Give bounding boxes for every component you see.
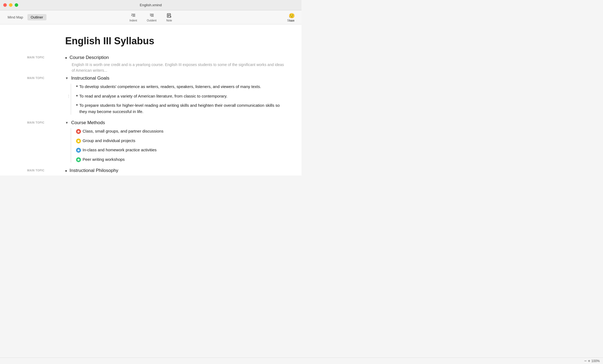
window-title: English.xmind — [140, 3, 162, 7]
document-title: English III Syllabus — [27, 35, 285, 47]
topic-title-row[interactable]: ■Instructional Philosophy — [65, 168, 285, 173]
sub-item-text: To read and analyse a variety of America… — [79, 93, 227, 99]
outdent-icon — [149, 13, 154, 18]
sub-item-text: To prepare students for higher-level rea… — [79, 102, 285, 115]
section-instructional-philosophy: MAIN TOPIC■Instructional PhilosophyIn or… — [27, 168, 285, 175]
mindmap-view-button[interactable]: Mind Map — [4, 14, 26, 20]
toolbar: Mind Map Outliner Indent — [0, 10, 302, 24]
close-button[interactable] — [3, 3, 7, 7]
bullet-icon: ■ — [65, 169, 67, 172]
icon-label: Icon — [289, 19, 294, 22]
topic-content: ▼Instructional Goals■To develop students… — [65, 76, 285, 118]
topic-content: ■Course DescriptionEnglish III is worth … — [65, 55, 285, 73]
topic-description: In order to be successful in this course… — [71, 175, 285, 175]
emoji-icon: 🙂 — [289, 13, 294, 18]
list-item[interactable]: Group and individual projects — [75, 138, 285, 144]
topic-content: ■Instructional PhilosophyIn order to be … — [65, 168, 285, 175]
note-label: Note — [166, 19, 172, 22]
topic-content: ▼Course Methods Class, small groups, and… — [65, 120, 285, 166]
list-item[interactable]: ■To prepare students for higher-level re… — [75, 102, 285, 115]
sub-item-text: Peer writing workshops — [83, 156, 125, 163]
topic-title: Course Methods — [71, 120, 105, 125]
section-instructional-goals: MAIN TOPIC▼Instructional Goals■To develo… — [27, 76, 285, 118]
main-topic-label: MAIN TOPIC — [27, 168, 65, 172]
outdent-label: Outdent — [147, 19, 157, 22]
topic-title-row[interactable]: ▼Instructional Goals — [65, 76, 285, 81]
bullet-icon: ■ — [65, 56, 67, 59]
sub-bullet-icon: ■ — [76, 94, 78, 97]
list-item[interactable]: ■To develop students' competence as writ… — [75, 84, 285, 90]
sub-item-text: To develop students' competence as write… — [79, 84, 261, 90]
sub-items-container: Class, small groups, and partner discuss… — [71, 128, 285, 162]
topic-title-row[interactable]: ■Course Description — [65, 55, 285, 60]
toolbar-center: Indent Outdent — [127, 12, 175, 23]
topic-title-row[interactable]: ▼Course Methods — [65, 120, 285, 125]
list-item[interactable]: Peer writing workshops — [75, 156, 285, 163]
list-item[interactable]: ⋮■To read and analyse a variety of Ameri… — [75, 93, 285, 99]
arrow-icon[interactable]: ▼ — [65, 121, 68, 125]
traffic-lights — [3, 3, 18, 7]
outdent-button[interactable]: Outdent — [144, 12, 159, 23]
sub-bullet-icon: ■ — [76, 103, 78, 106]
arrow-icon[interactable]: ▼ — [65, 76, 68, 80]
drag-handle-icon[interactable]: ⋮ — [67, 94, 71, 98]
icon-button[interactable]: 🙂 Icon — [286, 12, 297, 23]
indent-label: Indent — [130, 19, 137, 22]
sub-bullet-icon — [76, 148, 81, 153]
note-icon — [167, 13, 172, 18]
topic-title: Instructional Philosophy — [70, 168, 118, 173]
sub-items-container: ■To develop students' competence as writ… — [71, 84, 285, 115]
indent-button[interactable]: Indent — [127, 12, 140, 23]
main-topic-row: MAIN TOPIC■Course DescriptionEnglish III… — [27, 55, 285, 73]
list-item[interactable]: Class, small groups, and partner discuss… — [75, 128, 285, 134]
note-button[interactable]: Note — [164, 12, 175, 23]
section-course-methods: MAIN TOPIC▼Course Methods Class, small g… — [27, 120, 285, 166]
outliner-view-button[interactable]: Outliner — [27, 14, 46, 20]
toolbar-left: Mind Map Outliner — [4, 14, 46, 20]
main-topic-row: MAIN TOPIC■Instructional PhilosophyIn or… — [27, 168, 285, 175]
minimize-button[interactable] — [9, 3, 12, 7]
main-topic-label: MAIN TOPIC — [27, 120, 65, 124]
toolbar-right: Share 🙂 Icon — [284, 12, 297, 23]
main-topic-row: MAIN TOPIC▼Course Methods Class, small g… — [27, 120, 285, 166]
sub-bullet-icon — [76, 129, 81, 134]
topic-description: English III is worth one credit and is a… — [71, 62, 285, 73]
list-item[interactable]: In-class and homework practice activitie… — [75, 147, 285, 153]
sub-item-text: Class, small groups, and partner discuss… — [83, 128, 164, 134]
section-course-description: MAIN TOPIC■Course DescriptionEnglish III… — [27, 55, 285, 73]
topic-title: Instructional Goals — [71, 76, 109, 81]
sub-bullet-icon — [76, 139, 81, 143]
sub-item-text: Group and individual projects — [83, 138, 135, 144]
sub-bullet-icon: ■ — [76, 84, 78, 87]
indent-icon — [131, 13, 136, 18]
content-area: English III Syllabus MAIN TOPIC■Course D… — [0, 24, 302, 175]
topic-title: Course Description — [70, 55, 109, 60]
maximize-button[interactable] — [15, 3, 18, 7]
topics-container: MAIN TOPIC■Course DescriptionEnglish III… — [27, 55, 285, 175]
main-topic-label: MAIN TOPIC — [27, 55, 65, 59]
main-topic-label: MAIN TOPIC — [27, 76, 65, 80]
main-topic-row: MAIN TOPIC▼Instructional Goals■To develo… — [27, 76, 285, 118]
sub-bullet-icon — [76, 157, 81, 162]
sub-item-text: In-class and homework practice activitie… — [83, 147, 157, 153]
titlebar: English.xmind — [0, 0, 302, 10]
